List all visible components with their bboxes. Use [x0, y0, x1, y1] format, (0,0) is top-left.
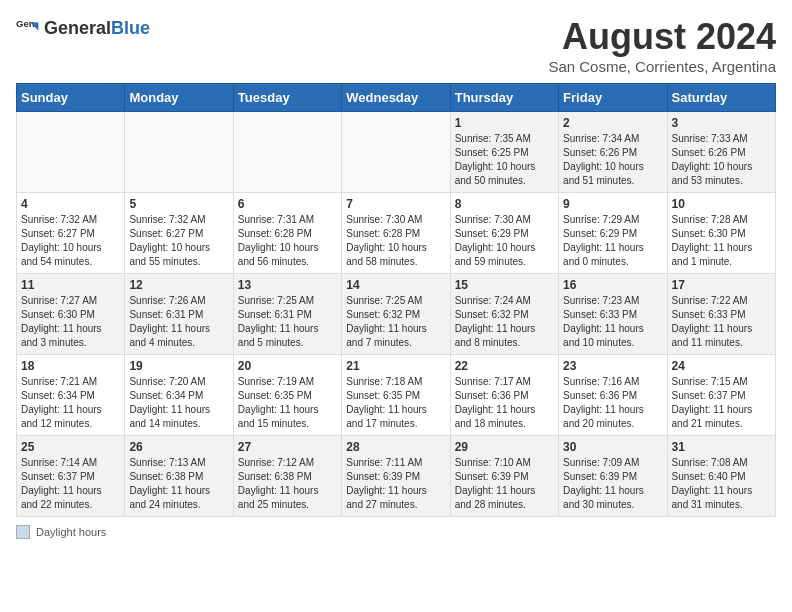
cell-content: Sunrise: 7:32 AM Sunset: 6:27 PM Dayligh…	[21, 213, 120, 269]
calendar-cell: 30Sunrise: 7:09 AM Sunset: 6:39 PM Dayli…	[559, 436, 667, 517]
header-cell-monday: Monday	[125, 84, 233, 112]
calendar-cell: 16Sunrise: 7:23 AM Sunset: 6:33 PM Dayli…	[559, 274, 667, 355]
calendar-cell	[233, 112, 341, 193]
main-title: August 2024	[548, 16, 776, 58]
calendar-cell: 22Sunrise: 7:17 AM Sunset: 6:36 PM Dayli…	[450, 355, 558, 436]
cell-content: Sunrise: 7:25 AM Sunset: 6:32 PM Dayligh…	[346, 294, 445, 350]
cell-content: Sunrise: 7:22 AM Sunset: 6:33 PM Dayligh…	[672, 294, 771, 350]
title-area: August 2024 San Cosme, Corrientes, Argen…	[548, 16, 776, 75]
day-number: 15	[455, 278, 554, 292]
day-number: 12	[129, 278, 228, 292]
header-cell-saturday: Saturday	[667, 84, 775, 112]
header-cell-sunday: Sunday	[17, 84, 125, 112]
day-number: 2	[563, 116, 662, 130]
day-number: 14	[346, 278, 445, 292]
cell-content: Sunrise: 7:09 AM Sunset: 6:39 PM Dayligh…	[563, 456, 662, 512]
cell-content: Sunrise: 7:17 AM Sunset: 6:36 PM Dayligh…	[455, 375, 554, 431]
calendar-cell	[17, 112, 125, 193]
day-number: 24	[672, 359, 771, 373]
calendar-cell: 26Sunrise: 7:13 AM Sunset: 6:38 PM Dayli…	[125, 436, 233, 517]
calendar-cell: 20Sunrise: 7:19 AM Sunset: 6:35 PM Dayli…	[233, 355, 341, 436]
calendar-cell: 9Sunrise: 7:29 AM Sunset: 6:29 PM Daylig…	[559, 193, 667, 274]
calendar-cell: 25Sunrise: 7:14 AM Sunset: 6:37 PM Dayli…	[17, 436, 125, 517]
day-number: 11	[21, 278, 120, 292]
calendar-cell: 12Sunrise: 7:26 AM Sunset: 6:31 PM Dayli…	[125, 274, 233, 355]
cell-content: Sunrise: 7:13 AM Sunset: 6:38 PM Dayligh…	[129, 456, 228, 512]
day-number: 10	[672, 197, 771, 211]
cell-content: Sunrise: 7:32 AM Sunset: 6:27 PM Dayligh…	[129, 213, 228, 269]
header-row: SundayMondayTuesdayWednesdayThursdayFrid…	[17, 84, 776, 112]
day-number: 9	[563, 197, 662, 211]
calendar-cell: 3Sunrise: 7:33 AM Sunset: 6:26 PM Daylig…	[667, 112, 775, 193]
day-number: 21	[346, 359, 445, 373]
week-row-1: 4Sunrise: 7:32 AM Sunset: 6:27 PM Daylig…	[17, 193, 776, 274]
day-number: 7	[346, 197, 445, 211]
day-number: 25	[21, 440, 120, 454]
cell-content: Sunrise: 7:08 AM Sunset: 6:40 PM Dayligh…	[672, 456, 771, 512]
calendar-cell: 11Sunrise: 7:27 AM Sunset: 6:30 PM Dayli…	[17, 274, 125, 355]
week-row-3: 18Sunrise: 7:21 AM Sunset: 6:34 PM Dayli…	[17, 355, 776, 436]
cell-content: Sunrise: 7:16 AM Sunset: 6:36 PM Dayligh…	[563, 375, 662, 431]
header-cell-thursday: Thursday	[450, 84, 558, 112]
calendar-cell: 18Sunrise: 7:21 AM Sunset: 6:34 PM Dayli…	[17, 355, 125, 436]
day-number: 18	[21, 359, 120, 373]
cell-content: Sunrise: 7:30 AM Sunset: 6:28 PM Dayligh…	[346, 213, 445, 269]
calendar-body: 1Sunrise: 7:35 AM Sunset: 6:25 PM Daylig…	[17, 112, 776, 517]
legend-box	[16, 525, 30, 539]
day-number: 28	[346, 440, 445, 454]
day-number: 17	[672, 278, 771, 292]
calendar-cell: 5Sunrise: 7:32 AM Sunset: 6:27 PM Daylig…	[125, 193, 233, 274]
day-number: 19	[129, 359, 228, 373]
cell-content: Sunrise: 7:35 AM Sunset: 6:25 PM Dayligh…	[455, 132, 554, 188]
calendar-cell	[125, 112, 233, 193]
day-number: 4	[21, 197, 120, 211]
calendar-cell: 2Sunrise: 7:34 AM Sunset: 6:26 PM Daylig…	[559, 112, 667, 193]
calendar-cell: 28Sunrise: 7:11 AM Sunset: 6:39 PM Dayli…	[342, 436, 450, 517]
cell-content: Sunrise: 7:27 AM Sunset: 6:30 PM Dayligh…	[21, 294, 120, 350]
cell-content: Sunrise: 7:20 AM Sunset: 6:34 PM Dayligh…	[129, 375, 228, 431]
calendar-cell: 24Sunrise: 7:15 AM Sunset: 6:37 PM Dayli…	[667, 355, 775, 436]
cell-content: Sunrise: 7:19 AM Sunset: 6:35 PM Dayligh…	[238, 375, 337, 431]
calendar-cell: 21Sunrise: 7:18 AM Sunset: 6:35 PM Dayli…	[342, 355, 450, 436]
day-number: 1	[455, 116, 554, 130]
logo: Gen GeneralBlue	[16, 16, 150, 40]
calendar-cell: 14Sunrise: 7:25 AM Sunset: 6:32 PM Dayli…	[342, 274, 450, 355]
cell-content: Sunrise: 7:15 AM Sunset: 6:37 PM Dayligh…	[672, 375, 771, 431]
cell-content: Sunrise: 7:24 AM Sunset: 6:32 PM Dayligh…	[455, 294, 554, 350]
cell-content: Sunrise: 7:26 AM Sunset: 6:31 PM Dayligh…	[129, 294, 228, 350]
cell-content: Sunrise: 7:21 AM Sunset: 6:34 PM Dayligh…	[21, 375, 120, 431]
logo-general-text: General	[44, 18, 111, 38]
legend-label: Daylight hours	[36, 526, 106, 538]
cell-content: Sunrise: 7:28 AM Sunset: 6:30 PM Dayligh…	[672, 213, 771, 269]
calendar-cell: 23Sunrise: 7:16 AM Sunset: 6:36 PM Dayli…	[559, 355, 667, 436]
header-cell-tuesday: Tuesday	[233, 84, 341, 112]
cell-content: Sunrise: 7:23 AM Sunset: 6:33 PM Dayligh…	[563, 294, 662, 350]
calendar-cell: 1Sunrise: 7:35 AM Sunset: 6:25 PM Daylig…	[450, 112, 558, 193]
cell-content: Sunrise: 7:34 AM Sunset: 6:26 PM Dayligh…	[563, 132, 662, 188]
calendar-cell: 17Sunrise: 7:22 AM Sunset: 6:33 PM Dayli…	[667, 274, 775, 355]
logo-blue-text: Blue	[111, 18, 150, 38]
cell-content: Sunrise: 7:10 AM Sunset: 6:39 PM Dayligh…	[455, 456, 554, 512]
calendar-cell: 15Sunrise: 7:24 AM Sunset: 6:32 PM Dayli…	[450, 274, 558, 355]
day-number: 5	[129, 197, 228, 211]
calendar-cell: 19Sunrise: 7:20 AM Sunset: 6:34 PM Dayli…	[125, 355, 233, 436]
day-number: 23	[563, 359, 662, 373]
calendar-cell	[342, 112, 450, 193]
day-number: 16	[563, 278, 662, 292]
cell-content: Sunrise: 7:14 AM Sunset: 6:37 PM Dayligh…	[21, 456, 120, 512]
calendar-cell: 27Sunrise: 7:12 AM Sunset: 6:38 PM Dayli…	[233, 436, 341, 517]
week-row-2: 11Sunrise: 7:27 AM Sunset: 6:30 PM Dayli…	[17, 274, 776, 355]
calendar-cell: 13Sunrise: 7:25 AM Sunset: 6:31 PM Dayli…	[233, 274, 341, 355]
calendar-table: SundayMondayTuesdayWednesdayThursdayFrid…	[16, 83, 776, 517]
calendar-cell: 10Sunrise: 7:28 AM Sunset: 6:30 PM Dayli…	[667, 193, 775, 274]
logo-icon: Gen	[16, 16, 40, 40]
day-number: 26	[129, 440, 228, 454]
cell-content: Sunrise: 7:18 AM Sunset: 6:35 PM Dayligh…	[346, 375, 445, 431]
calendar-cell: 8Sunrise: 7:30 AM Sunset: 6:29 PM Daylig…	[450, 193, 558, 274]
calendar-cell: 7Sunrise: 7:30 AM Sunset: 6:28 PM Daylig…	[342, 193, 450, 274]
cell-content: Sunrise: 7:30 AM Sunset: 6:29 PM Dayligh…	[455, 213, 554, 269]
calendar-cell: 31Sunrise: 7:08 AM Sunset: 6:40 PM Dayli…	[667, 436, 775, 517]
day-number: 6	[238, 197, 337, 211]
calendar-cell: 6Sunrise: 7:31 AM Sunset: 6:28 PM Daylig…	[233, 193, 341, 274]
cell-content: Sunrise: 7:29 AM Sunset: 6:29 PM Dayligh…	[563, 213, 662, 269]
